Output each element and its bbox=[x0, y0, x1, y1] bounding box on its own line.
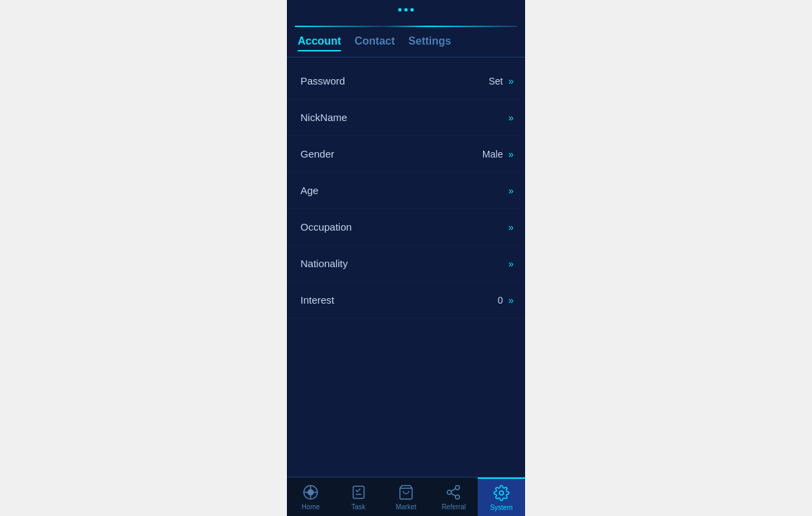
chevron-icon-occupation: » bbox=[508, 222, 512, 233]
svg-line-13 bbox=[451, 488, 456, 491]
chevron-icon-nationality: » bbox=[508, 258, 512, 269]
dot-2 bbox=[405, 8, 408, 11]
dot-3 bbox=[411, 8, 414, 11]
menu-label-password: Password bbox=[300, 75, 345, 87]
referral-icon bbox=[445, 484, 462, 501]
chevron-icon-password: » bbox=[508, 76, 512, 87]
menu-item-occupation[interactable]: Occupation » bbox=[287, 209, 525, 245]
top-bar bbox=[287, 0, 525, 27]
tabs-bar: Account Contact Settings bbox=[287, 27, 525, 57]
menu-item-nickname[interactable]: NickName » bbox=[287, 99, 525, 136]
phone-container: Account Contact Settings Password Set » … bbox=[287, 0, 525, 516]
nav-item-task[interactable]: Task bbox=[334, 477, 382, 516]
menu-item-gender[interactable]: Gender Male » bbox=[287, 136, 525, 172]
menu-right-nickname: » bbox=[508, 112, 512, 123]
nav-item-system[interactable]: System bbox=[478, 477, 525, 516]
menu-label-gender: Gender bbox=[300, 148, 334, 160]
system-icon bbox=[493, 484, 510, 502]
menu-right-nationality: » bbox=[508, 258, 512, 269]
chevron-icon-nickname: » bbox=[508, 112, 512, 123]
tab-account[interactable]: Account bbox=[298, 35, 341, 51]
nav-item-home[interactable]: Home bbox=[287, 477, 334, 516]
menu-label-age: Age bbox=[300, 185, 319, 196]
chevron-icon-interest: » bbox=[508, 295, 512, 306]
dot-1 bbox=[399, 8, 402, 11]
menu-right-gender: Male » bbox=[482, 149, 512, 160]
nav-label-referral: Referral bbox=[442, 503, 466, 511]
tab-contact[interactable]: Contact bbox=[355, 35, 395, 51]
menu-item-password[interactable]: Password Set » bbox=[287, 63, 525, 99]
top-bar-line bbox=[295, 26, 517, 27]
menu-item-nationality[interactable]: Nationality » bbox=[287, 245, 525, 282]
nav-label-market: Market bbox=[396, 503, 417, 511]
svg-point-11 bbox=[455, 495, 459, 499]
menu-right-occupation: » bbox=[508, 222, 512, 233]
tab-settings[interactable]: Settings bbox=[409, 35, 451, 51]
home-icon bbox=[302, 484, 319, 501]
menu-right-interest: 0 » bbox=[497, 295, 512, 306]
menu-list: Password Set » NickName » Gender Male » … bbox=[287, 57, 525, 324]
menu-value-gender: Male bbox=[482, 149, 503, 160]
task-icon bbox=[350, 484, 367, 501]
menu-right-age: » bbox=[508, 185, 512, 196]
svg-point-1 bbox=[308, 490, 313, 495]
svg-point-14 bbox=[499, 491, 503, 495]
nav-item-market[interactable]: Market bbox=[382, 477, 430, 516]
menu-value-interest: 0 bbox=[497, 295, 503, 306]
chevron-icon-age: » bbox=[508, 185, 512, 196]
menu-item-age[interactable]: Age » bbox=[287, 172, 525, 209]
menu-value-password: Set bbox=[489, 76, 503, 87]
menu-item-interest[interactable]: Interest 0 » bbox=[287, 282, 525, 319]
bottom-nav: Home Task Market bbox=[287, 477, 525, 516]
menu-right-password: Set » bbox=[489, 76, 512, 87]
top-dots bbox=[399, 8, 414, 11]
nav-label-task: Task bbox=[351, 503, 365, 511]
nav-label-system: System bbox=[490, 504, 512, 511]
market-icon bbox=[397, 484, 415, 501]
nav-label-home: Home bbox=[302, 503, 320, 511]
chevron-icon-gender: » bbox=[508, 149, 512, 160]
svg-point-9 bbox=[455, 486, 459, 490]
menu-label-interest: Interest bbox=[300, 294, 334, 306]
svg-line-12 bbox=[451, 493, 456, 496]
svg-rect-6 bbox=[353, 486, 364, 498]
menu-label-nationality: Nationality bbox=[300, 258, 348, 269]
svg-point-10 bbox=[447, 490, 451, 494]
menu-label-occupation: Occupation bbox=[300, 221, 352, 233]
menu-label-nickname: NickName bbox=[300, 112, 347, 123]
nav-item-referral[interactable]: Referral bbox=[430, 477, 477, 516]
